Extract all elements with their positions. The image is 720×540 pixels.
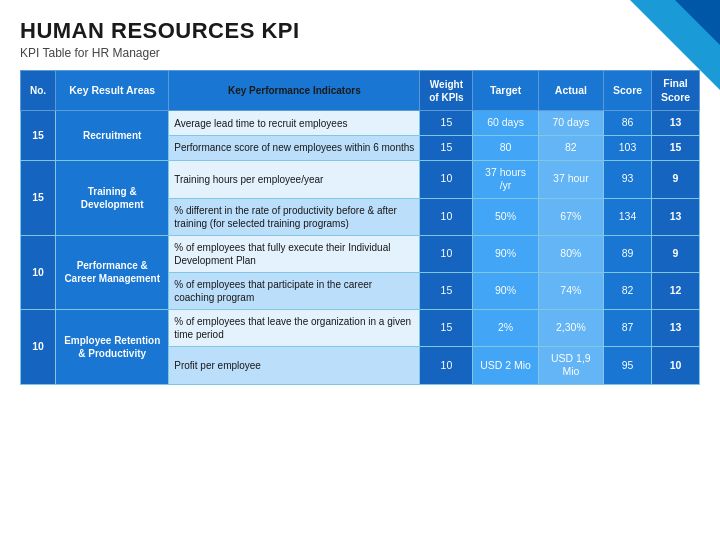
cell-weight: 15 [420,309,473,346]
cell-score: 93 [604,160,652,198]
cell-target: 80 [473,135,538,160]
cell-kpi: Average lead time to recruit employees [169,111,420,136]
cell-target: 90% [473,235,538,272]
cell-weight: 10 [420,235,473,272]
cell-no: 15 [21,111,56,160]
cell-score: 134 [604,198,652,235]
cell-final: 13 [651,198,699,235]
cell-kpi: % of employees that fully execute their … [169,235,420,272]
cell-target: 50% [473,198,538,235]
cell-actual: 74% [538,272,603,309]
cell-kpi: Performance score of new employees withi… [169,135,420,160]
header-kpi: Key Performance Indicators [169,71,420,111]
cell-kpi: % of employees that participate in the c… [169,272,420,309]
cell-target: 60 days [473,111,538,136]
cell-actual: USD 1,9 Mio [538,346,603,384]
cell-final: 13 [651,111,699,136]
cell-kpi: Profit per employee [169,346,420,384]
header-target: Target [473,71,538,111]
sub-title: KPI Table for HR Manager [20,46,700,60]
header-actual: Actual [538,71,603,111]
cell-weight: 15 [420,111,473,136]
cell-target: 37 hours /yr [473,160,538,198]
cell-weight: 10 [420,160,473,198]
cell-actual: 37 hour [538,160,603,198]
cell-score: 103 [604,135,652,160]
cell-kpi: Training hours per employee/year [169,160,420,198]
cell-actual: 80% [538,235,603,272]
cell-no: 10 [21,309,56,384]
cell-final: 9 [651,160,699,198]
cell-actual: 2,30% [538,309,603,346]
cell-final: 13 [651,309,699,346]
header-weight: Weight of KPIs [420,71,473,111]
page-container: HUMAN RESOURCES KPI KPI Table for HR Man… [0,0,720,540]
cell-no: 15 [21,160,56,235]
cell-score: 87 [604,309,652,346]
cell-score: 86 [604,111,652,136]
cell-target: USD 2 Mio [473,346,538,384]
cell-final: 10 [651,346,699,384]
cell-weight: 10 [420,198,473,235]
cell-weight: 10 [420,346,473,384]
cell-actual: 82 [538,135,603,160]
cell-score: 89 [604,235,652,272]
cell-kra: Training & Development [56,160,169,235]
cell-final: 15 [651,135,699,160]
cell-weight: 15 [420,135,473,160]
cell-kpi: % different in the rate of productivity … [169,198,420,235]
cell-no: 10 [21,235,56,309]
cell-kra: Employee Retention & Productivity [56,309,169,384]
header-kra: Key Result Areas [56,71,169,111]
cell-final: 12 [651,272,699,309]
cell-final: 9 [651,235,699,272]
cell-kra: Performance & Career Management [56,235,169,309]
cell-score: 82 [604,272,652,309]
cell-weight: 15 [420,272,473,309]
cell-actual: 67% [538,198,603,235]
cell-actual: 70 days [538,111,603,136]
cell-kpi: % of employees that leave the organizati… [169,309,420,346]
cell-target: 2% [473,309,538,346]
kpi-table: No. Key Result Areas Key Performance Ind… [20,70,700,385]
cell-target: 90% [473,272,538,309]
cell-score: 95 [604,346,652,384]
triangle-small [675,0,720,45]
header-no: No. [21,71,56,111]
cell-kra: Recruitment [56,111,169,160]
main-title: HUMAN RESOURCES KPI [20,18,700,44]
